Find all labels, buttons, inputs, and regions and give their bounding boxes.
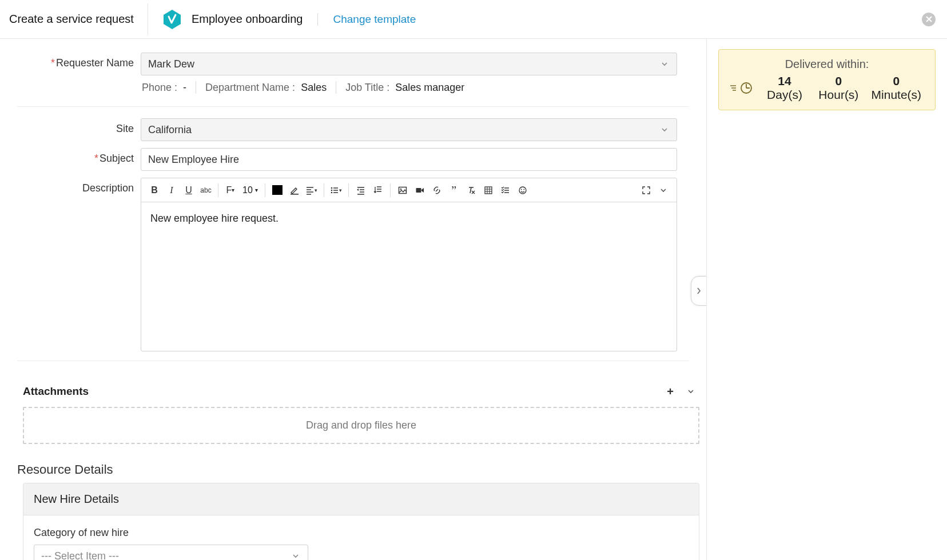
site-value: California xyxy=(148,124,192,136)
category-select[interactable]: --- Select Item --- xyxy=(34,545,308,560)
svg-rect-7 xyxy=(416,188,421,193)
divider xyxy=(336,81,336,94)
description-label: Description xyxy=(17,178,141,194)
more-toolbar-button[interactable] xyxy=(656,183,671,198)
sla-hours: 0 xyxy=(835,74,842,87)
divider xyxy=(317,13,318,26)
sla-days-unit: Day(s) xyxy=(767,88,802,101)
svg-point-9 xyxy=(519,187,526,194)
svg-point-4 xyxy=(331,191,333,193)
department-label: Department Name : xyxy=(205,82,295,94)
requester-select[interactable]: Mark Dew xyxy=(141,53,677,75)
subject-value: New Employee Hire xyxy=(148,154,239,166)
divider xyxy=(265,183,265,197)
rich-text-editor: B I U abc F▾ 10▾ xyxy=(141,178,677,351)
emoji-button[interactable] xyxy=(515,183,530,198)
sla-minutes-unit: Minute(s) xyxy=(872,88,922,101)
divider xyxy=(348,183,349,197)
site-label: Site xyxy=(17,118,141,135)
dropzone-hint: Drag and drop files here xyxy=(306,419,416,431)
jobtitle-value: Sales manager xyxy=(395,82,464,94)
sla-hours-unit: Hour(s) xyxy=(818,88,858,101)
indent-button[interactable] xyxy=(371,183,385,198)
svg-point-10 xyxy=(521,189,522,190)
modal-header: Create a service request Employee onboar… xyxy=(0,0,947,39)
table-button[interactable] xyxy=(481,183,496,198)
image-button[interactable] xyxy=(395,183,410,198)
list-button[interactable]: ▾ xyxy=(329,183,344,198)
divider xyxy=(17,361,689,361)
attachments-dropzone[interactable]: Drag and drop files here xyxy=(23,407,699,444)
svg-point-11 xyxy=(523,189,524,190)
change-template-link[interactable]: Change template xyxy=(333,13,416,26)
svg-point-2 xyxy=(331,187,333,189)
divider xyxy=(324,183,324,197)
text-color-button[interactable] xyxy=(270,183,285,198)
chevron-down-icon xyxy=(660,60,669,68)
right-column: Delivered within: 14 Day(s) 0 Hour(s) 0 … xyxy=(707,39,947,560)
quote-button[interactable]: ” xyxy=(447,183,461,198)
clear-format-button[interactable] xyxy=(464,183,479,198)
divider xyxy=(196,81,196,94)
requester-subinfo: Phone : - Department Name : Sales Job Ti… xyxy=(141,75,677,97)
underline-button[interactable]: U xyxy=(181,183,196,198)
page-title: Create a service request xyxy=(9,13,148,26)
new-hire-panel: New Hire Details Category of new hire --… xyxy=(23,483,699,560)
highlight-color-button[interactable] xyxy=(287,183,302,198)
template-name: Employee onboarding xyxy=(192,13,303,26)
description-textarea[interactable]: New employee hire request. xyxy=(141,202,677,351)
template-block: Employee onboarding Change template xyxy=(148,8,416,31)
requester-label: Requester Name xyxy=(17,53,141,69)
link-button[interactable] xyxy=(429,183,444,198)
requester-value: Mark Dew xyxy=(148,58,194,70)
divider xyxy=(390,183,391,197)
svg-point-6 xyxy=(400,188,401,190)
fullscreen-button[interactable] xyxy=(639,183,654,198)
divider xyxy=(17,106,689,107)
svg-point-3 xyxy=(331,189,333,191)
speed-icon xyxy=(729,82,754,94)
sla-title: Delivered within: xyxy=(729,58,925,71)
strikethrough-button[interactable]: abc xyxy=(198,183,213,198)
chevron-down-icon xyxy=(292,552,300,560)
add-attachment-button[interactable]: + xyxy=(663,384,678,399)
jobtitle-label: Job Title : xyxy=(345,82,389,94)
phone-label: Phone : xyxy=(142,82,177,94)
italic-button[interactable]: I xyxy=(164,183,179,198)
department-value: Sales xyxy=(301,82,327,94)
outdent-button[interactable] xyxy=(353,183,368,198)
description-content: New employee hire request. xyxy=(150,213,278,224)
sla-values: 14 Day(s) 0 Hour(s) 0 Minute(s) xyxy=(729,74,925,102)
template-icon xyxy=(161,8,184,31)
panel-title: New Hire Details xyxy=(23,483,699,515)
svg-marker-0 xyxy=(164,10,181,29)
font-family-button[interactable]: F▾ xyxy=(223,183,238,198)
font-size-value: 10 xyxy=(242,185,253,195)
bold-button[interactable]: B xyxy=(147,183,162,198)
sla-minutes: 0 xyxy=(893,74,900,87)
divider xyxy=(218,183,218,197)
svg-rect-1 xyxy=(291,194,299,195)
sla-days: 14 xyxy=(778,74,791,87)
attachments-title: Attachments xyxy=(23,385,89,398)
subject-input[interactable]: New Employee Hire xyxy=(141,148,677,171)
sla-box: Delivered within: 14 Day(s) 0 Hour(s) 0 … xyxy=(718,49,936,110)
category-label: Category of new hire xyxy=(34,527,689,539)
main-column: Requester Name Mark Dew Phone : - Depart… xyxy=(0,39,707,560)
font-size-button[interactable]: 10▾ xyxy=(240,185,260,195)
checklist-button[interactable] xyxy=(498,183,513,198)
chevron-down-icon xyxy=(660,126,669,134)
resource-details-title: Resource Details xyxy=(0,447,706,483)
category-placeholder: --- Select Item --- xyxy=(41,550,119,561)
video-button[interactable] xyxy=(412,183,427,198)
site-select[interactable]: California xyxy=(141,118,677,141)
subject-label: Subject xyxy=(17,148,141,165)
expand-right-handle[interactable] xyxy=(691,276,707,306)
svg-rect-8 xyxy=(485,187,492,194)
close-button[interactable] xyxy=(922,13,936,26)
phone-value: - xyxy=(183,82,186,94)
collapse-attachments-button[interactable] xyxy=(683,384,698,399)
align-button[interactable]: ▾ xyxy=(304,183,319,198)
editor-toolbar: B I U abc F▾ 10▾ xyxy=(141,178,677,202)
